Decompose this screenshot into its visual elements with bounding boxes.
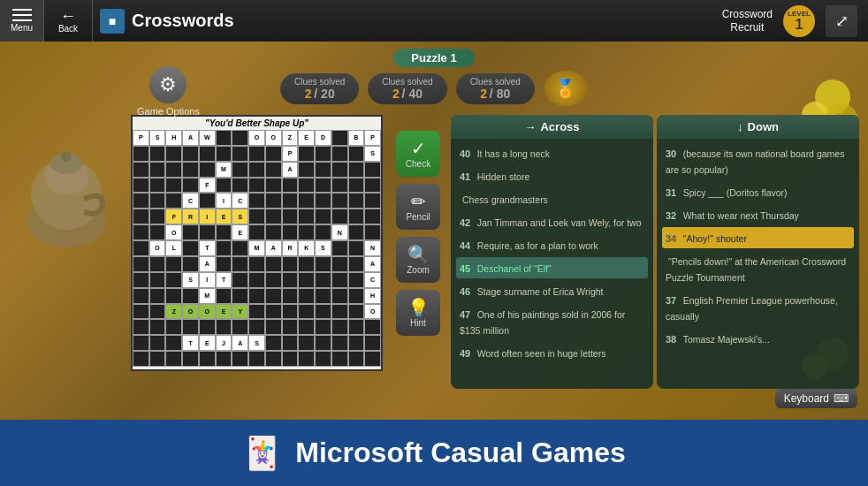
grid-cell[interactable] — [265, 335, 282, 351]
grid-cell[interactable]: M — [248, 240, 265, 256]
grid-cell[interactable] — [232, 240, 248, 256]
grid-cell[interactable] — [133, 272, 149, 288]
grid-cell[interactable] — [364, 335, 381, 351]
grid-cell[interactable] — [298, 209, 315, 224]
grid-cell[interactable] — [149, 272, 166, 288]
grid-cell[interactable]: O — [265, 130, 282, 146]
clue-item[interactable]: 42 Jan Timman and Loek van Wely, for two — [456, 211, 648, 232]
grid-cell[interactable]: K — [298, 240, 315, 256]
grid-cell[interactable] — [149, 335, 166, 351]
grid-cell[interactable] — [282, 304, 299, 320]
game-options[interactable]: ⚙ Game Options — [137, 66, 200, 117]
pencil-button[interactable]: ✏ Pencil — [396, 184, 440, 230]
clue-item[interactable]: 47 One of his paintings sold in 2006 for… — [456, 303, 648, 340]
clue-item-highlighted[interactable]: 45 Deschanel of "Elf" — [456, 257, 648, 278]
grid-cell[interactable] — [282, 272, 299, 288]
grid-cell[interactable] — [282, 209, 299, 224]
grid-cell[interactable] — [331, 288, 348, 304]
grid-cell[interactable] — [199, 146, 216, 162]
grid-cell[interactable] — [265, 256, 282, 272]
grid-cell[interactable] — [265, 304, 282, 320]
grid-cell[interactable] — [315, 209, 331, 224]
grid-cell[interactable]: A — [364, 256, 381, 272]
grid-cell[interactable] — [348, 319, 365, 335]
grid-cell[interactable] — [216, 178, 232, 194]
grid-cell[interactable]: N — [364, 240, 381, 256]
grid-cell[interactable] — [348, 209, 365, 224]
grid-cell[interactable] — [282, 288, 299, 304]
clue-item[interactable]: 32 What to wear next Thursday — [662, 204, 854, 225]
clue-item[interactable]: 30 (because its own national board games… — [662, 142, 854, 179]
grid-cell[interactable] — [298, 288, 315, 304]
grid-cells[interactable]: PSHAWOOZEDBPPSMAFCICFRIESOENOLTMARKSNAAS… — [133, 130, 381, 367]
grid-cell[interactable] — [149, 304, 166, 320]
grid-cell[interactable] — [248, 256, 265, 272]
grid-cell[interactable] — [165, 146, 182, 162]
grid-cell[interactable]: N — [331, 224, 348, 240]
grid-cell[interactable] — [182, 351, 199, 367]
grid-cell[interactable] — [331, 272, 348, 288]
grid-cell[interactable] — [182, 319, 199, 335]
grid-cell[interactable] — [232, 130, 248, 146]
grid-cell[interactable] — [315, 178, 331, 194]
grid-cell[interactable] — [133, 224, 149, 240]
grid-cell[interactable] — [182, 224, 199, 240]
grid-cell[interactable] — [216, 130, 232, 146]
grid-cell[interactable]: T — [216, 272, 232, 288]
grid-cell[interactable] — [298, 319, 315, 335]
grid-cell[interactable] — [298, 146, 315, 162]
grid-cell[interactable]: C — [232, 193, 248, 209]
grid-cell[interactable] — [182, 240, 199, 256]
grid-cell[interactable] — [331, 304, 348, 320]
grid-cell[interactable] — [331, 351, 348, 367]
grid-cell[interactable]: P — [364, 130, 381, 146]
grid-cell[interactable] — [348, 146, 365, 162]
grid-cell[interactable]: C — [182, 193, 199, 209]
grid-cell[interactable] — [133, 193, 149, 209]
grid-cell[interactable] — [265, 224, 282, 240]
grid-cell[interactable] — [331, 146, 348, 162]
grid-cell[interactable]: S — [149, 130, 166, 146]
grid-cell[interactable] — [265, 193, 282, 209]
grid-cell[interactable] — [149, 162, 166, 178]
grid-cell[interactable]: O — [182, 304, 199, 320]
grid-cell[interactable] — [348, 288, 365, 304]
grid-cell[interactable] — [364, 193, 381, 209]
grid-cell[interactable] — [133, 304, 149, 320]
grid-cell[interactable] — [282, 256, 299, 272]
grid-cell[interactable] — [182, 146, 199, 162]
grid-cell[interactable]: H — [364, 288, 381, 304]
grid-cell[interactable]: E — [298, 130, 315, 146]
grid-cell[interactable] — [232, 319, 248, 335]
grid-cell[interactable]: E — [232, 224, 248, 240]
grid-cell[interactable]: O — [248, 130, 265, 146]
grid-cell[interactable] — [182, 178, 199, 194]
grid-cell[interactable] — [149, 351, 166, 367]
grid-cell[interactable] — [133, 178, 149, 194]
back-button[interactable]: ← Back — [44, 0, 93, 42]
grid-cell[interactable]: S — [364, 146, 381, 162]
grid-cell[interactable] — [331, 178, 348, 194]
grid-cell[interactable] — [133, 162, 149, 178]
grid-cell[interactable]: F — [199, 178, 216, 194]
grid-cell[interactable]: F — [165, 209, 182, 224]
grid-cell[interactable] — [315, 193, 331, 209]
grid-cell[interactable]: C — [364, 272, 381, 288]
grid-cell[interactable] — [315, 351, 331, 367]
grid-cell[interactable] — [248, 288, 265, 304]
grid-cell[interactable]: I — [216, 193, 232, 209]
grid-cell[interactable]: D — [315, 130, 331, 146]
grid-cell[interactable] — [149, 288, 166, 304]
grid-cell[interactable] — [298, 178, 315, 194]
grid-cell[interactable] — [232, 162, 248, 178]
grid-cell[interactable] — [165, 162, 182, 178]
zoom-button[interactable]: 🔍 Zoom — [396, 237, 440, 283]
grid-cell[interactable] — [149, 178, 166, 194]
grid-cell[interactable] — [199, 162, 216, 178]
grid-cell[interactable] — [315, 288, 331, 304]
grid-cell[interactable] — [348, 193, 365, 209]
grid-cell[interactable] — [133, 209, 149, 224]
grid-cell[interactable] — [282, 224, 299, 240]
grid-cell[interactable] — [348, 304, 365, 320]
grid-cell[interactable] — [282, 335, 299, 351]
